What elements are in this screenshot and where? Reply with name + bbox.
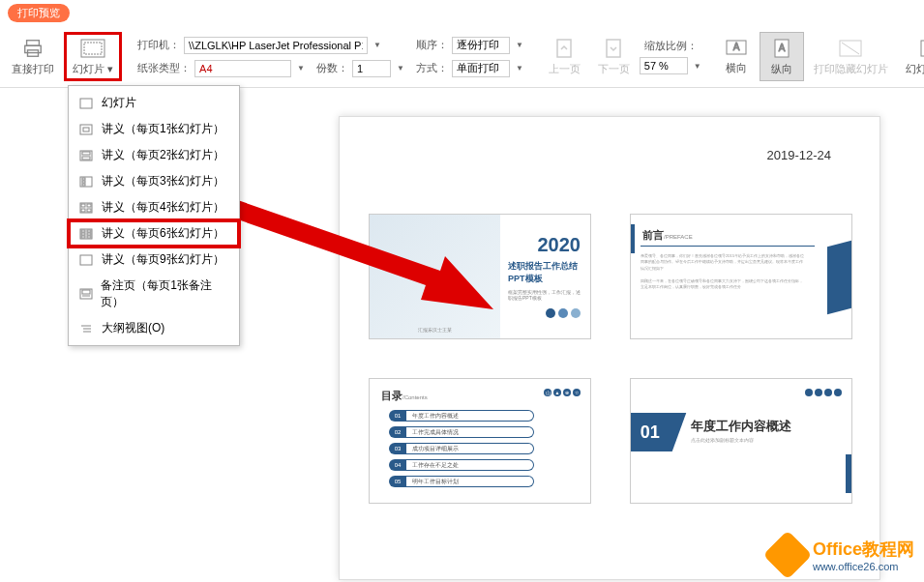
menu-item-slide[interactable]: 幻灯片	[69, 90, 239, 116]
svg-rect-6	[607, 40, 620, 57]
slide-layout-dropdown: 幻灯片 讲义（每页1张幻灯片） 讲义（每页2张幻灯片） 讲义（每页3张幻灯片） …	[68, 85, 240, 346]
prev-page-label: 上一页	[549, 62, 581, 76]
ribbon-toolbar: 直接打印 幻灯片 ▾ 打印机： ▼ 纸张类型： ▼ 份数： ▼ 顺序： ▼ 方式…	[0, 26, 924, 88]
slide-icon	[79, 37, 106, 60]
svg-rect-27	[87, 204, 91, 207]
print-mode-select[interactable]	[452, 60, 510, 77]
menu-item-handout-6[interactable]: 讲义（每页6张幻灯片）	[67, 218, 241, 248]
landscape-label: 横向	[726, 61, 747, 75]
zoom-input[interactable]	[640, 57, 688, 74]
layout-h9-icon	[78, 252, 94, 268]
svg-line-12	[842, 43, 859, 54]
svg-rect-34	[87, 233, 91, 235]
print-mode-label: 方式：	[416, 61, 448, 75]
menu-label: 备注页（每页1张备注页）	[101, 277, 229, 310]
slide-mode-button[interactable]: 幻灯片 ▾	[64, 32, 122, 81]
slide1-title: 述职报告工作总结PPT模板	[508, 260, 581, 285]
svg-rect-28	[81, 209, 85, 212]
svg-rect-35	[81, 236, 85, 238]
slide4-title: 年度工作内容概述	[691, 418, 791, 435]
layout-notes-icon	[78, 286, 93, 302]
landscape-icon: A	[723, 36, 750, 59]
border-icon: +	[918, 37, 924, 60]
menu-item-handout-3[interactable]: 讲义（每页3张幻灯片）	[69, 168, 239, 194]
copies-label: 份数：	[316, 61, 348, 75]
slide2-body: 亲爱领导、各位同事，你们好！首先感谢各位领导2015年给予我工作上的支持和帮助，…	[641, 253, 805, 290]
copies-input[interactable]	[352, 60, 391, 77]
portrait-icon: A	[768, 37, 795, 60]
slide1-sub: 框架完整实用性强，工作汇报，述职报告PPT模板	[508, 289, 581, 301]
order-select[interactable]	[452, 37, 510, 54]
slide2-title: 前言/PREFACE	[642, 228, 693, 243]
menu-label: 讲义（每页3张幻灯片）	[102, 173, 224, 189]
menu-label: 大纲视图(O)	[102, 320, 164, 336]
layout-h1-icon	[78, 122, 94, 137]
svg-rect-19	[82, 152, 90, 155]
svg-text:A: A	[778, 43, 785, 53]
landscape-button[interactable]: A 横向	[715, 32, 758, 81]
svg-rect-23	[82, 181, 85, 183]
copies-spinner[interactable]: ▼	[395, 64, 406, 73]
svg-rect-16	[80, 125, 92, 134]
page-down-icon	[600, 37, 627, 60]
print-hidden-button[interactable]: 打印隐藏幻灯片	[806, 33, 896, 80]
svg-rect-0	[27, 41, 40, 46]
order-dropdown-arrow[interactable]: ▼	[514, 41, 525, 49]
slide3-title: 目录/Contents	[381, 389, 428, 403]
slide-thumbnail-2: 前言/PREFACE 亲爱领导、各位同事，你们好！首先感谢各位领导2015年给予…	[630, 214, 852, 339]
menu-item-outline[interactable]: 大纲视图(O)	[69, 315, 239, 341]
zoom-dropdown-arrow[interactable]: ▼	[692, 62, 703, 71]
layout-h6-icon	[78, 226, 94, 242]
menu-label: 讲义（每页6张幻灯片）	[102, 225, 224, 242]
paper-label: 纸张类型：	[137, 61, 191, 75]
next-page-label: 下一页	[598, 62, 630, 76]
svg-rect-39	[82, 290, 90, 294]
svg-rect-22	[82, 178, 85, 180]
prev-page-button[interactable]: 上一页	[541, 33, 588, 80]
slide4-num: 01	[641, 422, 660, 443]
printer-dropdown-arrow[interactable]: ▼	[372, 41, 383, 49]
menu-item-handout-9[interactable]: 讲义（每页9张幻灯片）	[69, 247, 239, 273]
menu-label: 讲义（每页2张幻灯片）	[102, 147, 224, 163]
printer-select[interactable]	[184, 37, 368, 54]
svg-rect-32	[87, 230, 91, 232]
next-page-button[interactable]: 下一页	[590, 33, 638, 80]
svg-rect-4	[84, 43, 102, 54]
layout-h4-icon	[78, 200, 94, 216]
menu-item-handout-2[interactable]: 讲义（每页2张幻灯片）	[69, 142, 239, 168]
watermark-icon	[763, 531, 813, 580]
slide1-footer: 汇报东汉士王某	[418, 327, 452, 333]
mode-dropdown-arrow[interactable]: ▼	[514, 64, 525, 73]
slide-border-button[interactable]: + 幻灯片加框	[898, 33, 924, 80]
menu-item-notes[interactable]: 备注页（每页1张备注页）	[69, 273, 239, 315]
svg-rect-24	[82, 184, 85, 186]
hidden-slide-icon	[837, 37, 864, 60]
slide-thumbnail-3: 目录/Contents 山▲⊕☆ 01年度工作内容概述 02工作完成具体情况 0…	[369, 378, 591, 504]
preview-date: 2019-12-24	[767, 148, 832, 162]
svg-rect-29	[87, 209, 91, 212]
page-up-icon	[551, 37, 578, 60]
portrait-label: 纵向	[771, 62, 792, 76]
order-label: 顺序：	[416, 38, 448, 52]
watermark: Office教程网 www.office26.com	[770, 538, 914, 572]
printer-icon	[19, 37, 46, 60]
paper-select[interactable]	[194, 60, 291, 77]
annotation-arrow	[232, 184, 503, 319]
svg-rect-17	[83, 128, 89, 131]
svg-rect-37	[80, 255, 92, 265]
menu-label: 讲义（每页1张幻灯片）	[102, 121, 224, 137]
svg-text:A: A	[732, 42, 739, 52]
direct-print-button[interactable]: 直接打印	[4, 33, 62, 80]
printer-label: 打印机：	[137, 38, 180, 52]
menu-item-handout-4[interactable]: 讲义（每页4张幻灯片）	[69, 194, 239, 220]
portrait-button[interactable]: A 纵向	[760, 32, 804, 81]
print-hidden-label: 打印隐藏幻灯片	[814, 62, 888, 76]
menu-item-handout-1[interactable]: 讲义（每页1张幻灯片）	[69, 116, 239, 142]
slide1-year: 2020	[538, 234, 581, 256]
layout-h3-icon	[78, 174, 94, 189]
slide4-sub: 点击此处添加副标题文本内容	[691, 437, 754, 443]
watermark-title: Office教程网	[813, 538, 914, 561]
svg-marker-45	[232, 198, 493, 309]
paper-dropdown-arrow[interactable]: ▼	[295, 64, 307, 73]
menu-label: 讲义（每页9张幻灯片）	[102, 251, 224, 268]
